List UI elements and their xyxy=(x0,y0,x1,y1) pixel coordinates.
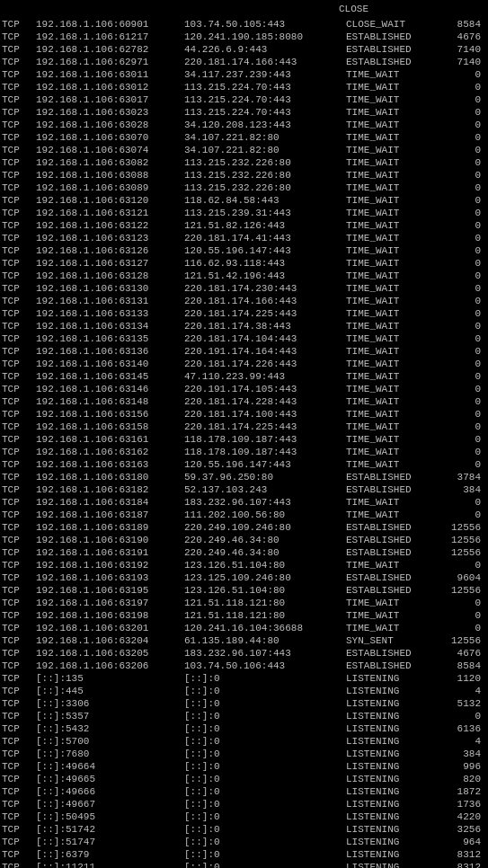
col-local: 192.168.1.106:63128 xyxy=(36,270,184,282)
col-state: LISTENING xyxy=(346,823,436,836)
col-state: TIME_WAIT xyxy=(346,244,436,257)
col-state: ESTABLISHED xyxy=(346,534,436,546)
col-local: 192.168.1.106:63204 xyxy=(36,634,184,647)
table-row: TCP192.168.1.106:63198121.51.118.121:80T… xyxy=(0,609,488,622)
table-row: TCP192.168.1.106:63140220.181.174.226:44… xyxy=(0,358,488,370)
col-remote: 118.178.109.187:443 xyxy=(184,433,346,446)
col-local: 192.168.1.106:63195 xyxy=(36,584,184,597)
table-row: TCP192.168.1.106:63184183.232.96.107:443… xyxy=(0,496,488,509)
col-proto: TCP xyxy=(2,194,36,207)
col-recv: 384 xyxy=(436,483,481,496)
col-remote: 103.74.50.105:443 xyxy=(184,18,346,31)
col-state: TIME_WAIT xyxy=(346,358,436,370)
col-state: TIME_WAIT xyxy=(346,332,436,345)
col-recv: 0 xyxy=(436,446,481,458)
table-row: TCP192.168.1.106:63131220.181.174.166:44… xyxy=(0,295,488,307)
table-row: TCP192.168.1.106:6318252.137.103.243ESTA… xyxy=(0,483,488,496)
col-remote: 220.181.174.230:443 xyxy=(184,282,346,295)
col-state: TIME_WAIT xyxy=(346,194,436,207)
col-recv: 0 xyxy=(436,144,481,156)
col-recv: 8312 xyxy=(436,861,481,868)
table-row: TCP192.168.1.106:63190220.249.46.34:80ES… xyxy=(0,534,488,546)
col-remote: 44.226.6.9:443 xyxy=(184,43,346,56)
col-state: TIME_WAIT xyxy=(346,144,436,156)
col-local: 192.168.1.106:63205 xyxy=(36,647,184,660)
table-row: TCP192.168.1.106:63197121.51.118.121:80T… xyxy=(0,597,488,609)
col-local: 192.168.1.106:62782 xyxy=(36,43,184,56)
col-proto: TCP xyxy=(2,546,36,559)
col-recv: 0 xyxy=(436,194,481,207)
col-local: 192.168.1.106:63145 xyxy=(36,370,184,383)
col-local: 192.168.1.106:63180 xyxy=(36,471,184,483)
col-recv: 4676 xyxy=(436,31,481,43)
col-state: TIME_WAIT xyxy=(346,282,436,295)
col-proto: TCP xyxy=(2,773,36,785)
col-recv: 0 xyxy=(436,421,481,433)
col-local: 192.168.1.106:62971 xyxy=(36,56,184,68)
col-local: 192.168.1.106:63161 xyxy=(36,433,184,446)
col-remote: 220.181.174.166:443 xyxy=(184,56,346,68)
table-row: TCP[::]:6379[::]:0LISTENING8312 xyxy=(0,848,488,861)
col-local: [::]:49667 xyxy=(36,798,184,810)
col-remote: [::]:0 xyxy=(184,685,346,697)
col-local: 192.168.1.106:63130 xyxy=(36,282,184,295)
col-state: TIME_WAIT xyxy=(346,622,436,634)
col-local: [::]:7680 xyxy=(36,748,184,760)
col-proto: TCP xyxy=(2,483,36,496)
col-proto: TCP xyxy=(2,370,36,383)
col-proto: TCP xyxy=(2,169,36,182)
col-recv: 0 xyxy=(436,345,481,358)
col-local: 192.168.1.106:63134 xyxy=(36,320,184,332)
col-state: TIME_WAIT xyxy=(346,345,436,358)
col-state: ESTABLISHED xyxy=(346,647,436,660)
col-local: [::]:49666 xyxy=(36,785,184,798)
col-local: 192.168.1.106:63131 xyxy=(36,295,184,307)
col-state: LISTENING xyxy=(346,848,436,861)
col-state: TIME_WAIT xyxy=(346,131,436,144)
col-state: TIME_WAIT xyxy=(346,207,436,219)
col-state: TIME_WAIT xyxy=(346,320,436,332)
table-row: TCP192.168.1.106:6278244.226.6.9:443ESTA… xyxy=(0,43,488,56)
col-remote: 113.215.239.31:443 xyxy=(184,207,346,219)
table-row: TCP[::]:445[::]:0LISTENING4 xyxy=(0,685,488,697)
table-row: TCP192.168.1.106:63130220.181.174.230:44… xyxy=(0,282,488,295)
col-local: 192.168.1.106:63163 xyxy=(36,458,184,471)
col-state: TIME_WAIT xyxy=(346,496,436,509)
col-remote: [::]:0 xyxy=(184,672,346,685)
col-remote: [::]:0 xyxy=(184,848,346,861)
table-row: TCP192.168.1.106:63134220.181.174.38:443… xyxy=(0,320,488,332)
col-recv: 0 xyxy=(436,182,481,194)
col-local: 192.168.1.106:63190 xyxy=(36,534,184,546)
col-state: LISTENING xyxy=(346,836,436,848)
col-local: 192.168.1.106:63162 xyxy=(36,446,184,458)
col-remote: 120.55.196.147:443 xyxy=(184,244,346,257)
col-state: TIME_WAIT xyxy=(346,383,436,395)
col-local: [::]:50495 xyxy=(36,810,184,823)
table-row: TCP192.168.1.106:6307034.107.221.82:80TI… xyxy=(0,131,488,144)
table-row: TCP192.168.1.106:63135220.181.174.104:44… xyxy=(0,332,488,345)
col-proto: TCP xyxy=(2,458,36,471)
table-row: TCP192.168.1.106:63120118.62.84.58:443TI… xyxy=(0,194,488,207)
col-remote: 220.181.174.225:443 xyxy=(184,421,346,433)
col-proto: TCP xyxy=(2,496,36,509)
col-proto: TCP xyxy=(2,119,36,131)
col-local: 192.168.1.106:63074 xyxy=(36,144,184,156)
col-recv: 0 xyxy=(436,458,481,471)
col-proto: TCP xyxy=(2,647,36,660)
col-state: TIME_WAIT xyxy=(346,458,436,471)
col-remote: 121.51.82.126:443 xyxy=(184,219,346,232)
col-state: LISTENING xyxy=(346,685,436,697)
col-remote: 118.62.84.58:443 xyxy=(184,194,346,207)
table-row: TCP192.168.1.106:63146220.191.174.105:44… xyxy=(0,383,488,395)
col-state: SYN_SENT xyxy=(346,634,436,647)
col-local: [::]:5432 xyxy=(36,722,184,735)
col-recv: 0 xyxy=(436,131,481,144)
col-proto: TCP xyxy=(2,710,36,722)
col-remote: [::]:0 xyxy=(184,861,346,868)
col-recv: 0 xyxy=(436,81,481,93)
col-local: 192.168.1.106:60901 xyxy=(36,18,184,31)
col-remote: 116.62.93.118:443 xyxy=(184,257,346,270)
col-local: 192.168.1.106:63146 xyxy=(36,383,184,395)
table-row: TCP[::]:3306[::]:0LISTENING5132 xyxy=(0,697,488,710)
col-local: [::]:49664 xyxy=(36,760,184,773)
